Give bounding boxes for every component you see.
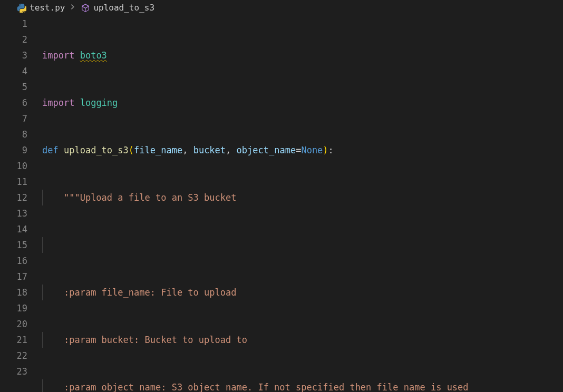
line-number: 17: [0, 269, 27, 285]
line-number: 2: [0, 32, 27, 47]
line-number: 11: [0, 174, 27, 190]
line-number: 13: [0, 205, 27, 221]
breadcrumb-symbol[interactable]: upload_to_s3: [93, 3, 154, 13]
line-number: 12: [0, 190, 27, 205]
code-line[interactable]: :param bucket: Bucket to upload to: [42, 332, 563, 348]
line-number: 8: [0, 126, 27, 142]
line-number: 22: [0, 348, 27, 364]
code-line[interactable]: :param object_name: S3 object name. If n…: [42, 379, 563, 392]
line-number: 6: [0, 95, 27, 111]
line-number: 4: [0, 63, 27, 79]
code-line[interactable]: def upload_to_s3(file_name, bucket, obje…: [42, 142, 563, 158]
line-number: 23: [0, 364, 27, 379]
line-number: 7: [0, 111, 27, 126]
code-content[interactable]: import boto3 import logging def upload_t…: [42, 16, 563, 392]
code-line[interactable]: :param file_name: File to upload: [42, 285, 563, 300]
line-number: 14: [0, 221, 27, 237]
line-number: 15: [0, 237, 27, 253]
code-line[interactable]: import logging: [42, 95, 563, 111]
code-line[interactable]: import boto3: [42, 47, 563, 63]
line-number: 10: [0, 158, 27, 174]
code-line[interactable]: """Upload a file to an S3 bucket: [42, 190, 563, 205]
breadcrumb[interactable]: test.py upload_to_s3: [0, 0, 563, 16]
line-number: 20: [0, 316, 27, 332]
line-number: 9: [0, 142, 27, 158]
line-number-gutter: 1 2 3 4 5 6 7 8 9 10 11 12 13 14 15 16 1…: [0, 16, 42, 392]
line-number: 16: [0, 253, 27, 269]
line-number: 5: [0, 79, 27, 95]
breadcrumb-file[interactable]: test.py: [30, 3, 65, 13]
code-line[interactable]: [42, 237, 563, 253]
line-number: 21: [0, 332, 27, 348]
chevron-right-icon: [69, 3, 76, 12]
line-number: 18: [0, 285, 27, 300]
python-file-icon: [17, 3, 26, 13]
symbol-method-icon: [81, 3, 90, 13]
line-number: 19: [0, 300, 27, 316]
line-number: 1: [0, 16, 27, 32]
code-editor[interactable]: 1 2 3 4 5 6 7 8 9 10 11 12 13 14 15 16 1…: [0, 16, 563, 392]
line-number: 3: [0, 47, 27, 63]
